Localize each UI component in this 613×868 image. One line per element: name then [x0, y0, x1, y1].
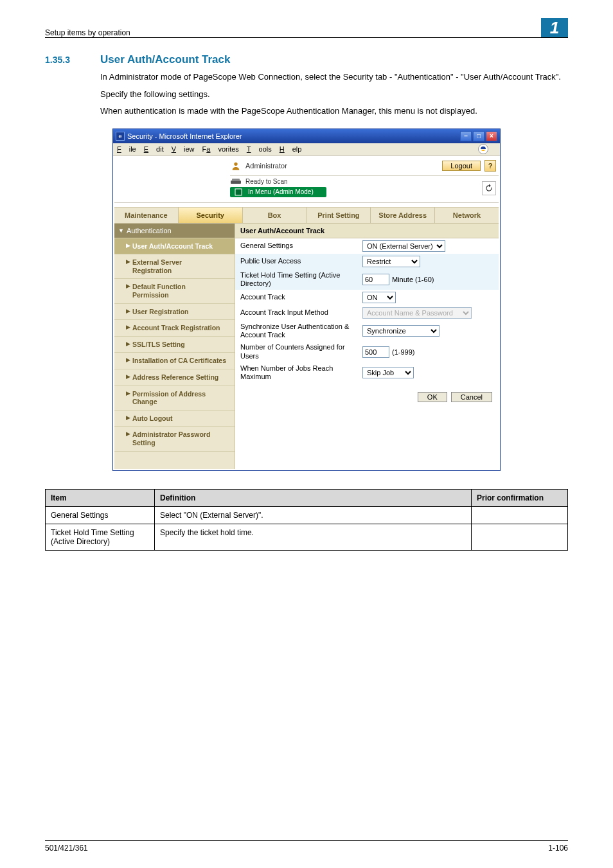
sidebar-item-user-auth-account-track[interactable]: ▶ User Auth/Account Track — [114, 238, 235, 254]
ok-button[interactable]: OK — [418, 392, 447, 402]
sidebar-item-account-track-registration[interactable]: ▶ Account Track Registration — [114, 319, 235, 336]
cell-prior — [472, 506, 568, 524]
tab-box[interactable]: Box — [243, 208, 307, 223]
sidebar-item-administrator-password-setting[interactable]: ▶ Administrator Password Setting — [114, 426, 235, 450]
menu-help[interactable]: Help — [280, 145, 302, 153]
sidebar-item-label: External Server Registration — [132, 258, 182, 274]
th-item: Item — [46, 489, 155, 506]
chevron-down-icon: ▼ — [118, 227, 124, 234]
arrow-icon: ▶ — [126, 341, 132, 347]
footer-left: 501/421/361 — [45, 844, 88, 853]
sidebar-item-installation-ca-certificates[interactable]: ▶ Installation of CA Certificates — [114, 352, 235, 369]
arrow-icon: ▶ — [126, 324, 132, 330]
arrow-icon: ▶ — [126, 242, 132, 249]
menu-edit[interactable]: Edit — [144, 145, 164, 153]
refresh-button[interactable] — [482, 181, 496, 195]
sidebar-group-label: Authentication — [127, 227, 172, 235]
label-general-settings: General Settings — [240, 242, 362, 250]
sidebar: ▼ Authentication ▶ User Auth/Account Tra… — [114, 224, 235, 469]
section-number: 1.35.3 — [45, 55, 100, 65]
intro-paragraph-3: When authentication is made with the Pag… — [100, 105, 568, 117]
th-prior: Prior confirmation — [472, 489, 568, 506]
tab-maintenance[interactable]: Maintenance — [114, 208, 179, 223]
sidebar-item-label: Default Function Permission — [132, 283, 186, 299]
minimize-button[interactable]: – — [460, 131, 472, 141]
breadcrumb: Setup items by operation — [45, 28, 130, 37]
sidebar-item-external-server-registration[interactable]: ▶ External Server Registration — [114, 254, 235, 278]
arrow-icon: ▶ — [126, 414, 132, 421]
main-heading: User Auth/Account Track — [235, 224, 499, 238]
menu-tools[interactable]: Tools — [247, 145, 272, 153]
sidebar-item-label: User Registration — [132, 308, 189, 316]
input-ticket-hold-time[interactable] — [362, 274, 389, 285]
arrow-icon: ▶ — [126, 357, 132, 363]
arrow-icon: ▶ — [126, 308, 132, 314]
cancel-button[interactable]: Cancel — [451, 392, 492, 402]
cell-definition: Select "ON (External Server)". — [155, 506, 472, 524]
tab-network[interactable]: Network — [435, 208, 499, 223]
ie-icon: e — [116, 132, 125, 141]
svg-point-0 — [234, 162, 237, 165]
select-account-track[interactable]: ON — [362, 292, 396, 303]
sidebar-group-authentication[interactable]: ▼ Authentication — [114, 224, 235, 238]
sidebar-item-user-registration[interactable]: ▶ User Registration — [114, 303, 235, 320]
help-button[interactable]: ? — [484, 160, 496, 172]
select-public-user-access[interactable]: Restrict — [362, 256, 420, 267]
user-icon — [230, 160, 242, 172]
scanner-icon — [230, 178, 242, 186]
sidebar-item-label: Installation of CA Certificates — [132, 357, 226, 365]
maximize-button[interactable]: □ — [473, 131, 484, 141]
main-pane: User Auth/Account Track General Settings… — [235, 224, 499, 469]
close-button[interactable]: × — [486, 131, 497, 141]
sidebar-item-ssl-tls-setting[interactable]: ▶ SSL/TLS Setting — [114, 336, 235, 353]
sidebar-item-label: User Auth/Account Track — [132, 242, 213, 251]
menu-view[interactable]: View — [172, 145, 195, 153]
arrow-icon: ▶ — [126, 258, 132, 265]
label-ticket-hold-time: Ticket Hold Time Setting (Active Directo… — [240, 271, 362, 288]
tab-store-address[interactable]: Store Address — [371, 208, 435, 223]
select-general-settings[interactable]: ON (External Server) — [362, 240, 445, 252]
sidebar-item-label: Account Track Registration — [132, 324, 220, 332]
table-row: Ticket Hold Time Setting (Active Directo… — [46, 524, 568, 550]
sidebar-item-auto-logout[interactable]: ▶ Auto Logout — [114, 410, 235, 427]
arrow-icon: ▶ — [126, 373, 132, 380]
label-account-track: Account Track — [240, 293, 362, 301]
window-titlebar: e Security - Microsoft Internet Explorer… — [113, 129, 500, 143]
sidebar-item-permission-of-address-change[interactable]: ▶ Permission of Address Change — [114, 385, 235, 410]
select-synchronize[interactable]: Synchronize — [362, 325, 440, 337]
sidebar-item-address-reference-setting[interactable]: ▶ Address Reference Setting — [114, 369, 235, 385]
settings-table: Item Definition Prior confirmation Gener… — [45, 489, 568, 551]
status-ready: Ready to Scan — [245, 178, 288, 185]
label-when-max: When Number of Jobs Reach Maximum — [240, 364, 362, 381]
th-definition: Definition — [155, 489, 472, 506]
arrow-icon: ▶ — [126, 390, 132, 396]
table-row: General Settings Select "ON (External Se… — [46, 506, 568, 524]
tab-security[interactable]: Security — [179, 208, 243, 223]
window-title: Security - Microsoft Internet Explorer — [127, 132, 242, 140]
input-number-of-counters[interactable] — [362, 346, 389, 358]
footer-right: 1-106 — [548, 844, 568, 853]
logout-button[interactable]: Logout — [442, 161, 481, 171]
arrow-icon: ▶ — [126, 283, 132, 289]
section-title: User Auth/Account Track — [100, 53, 230, 66]
sidebar-item-label: Auto Logout — [132, 414, 172, 423]
sidebar-item-default-function-permission[interactable]: ▶ Default Function Permission — [114, 278, 235, 303]
label-account-track-input-method: Account Track Input Method — [240, 308, 362, 317]
intro-paragraph-1: In Administrator mode of PageScope Web C… — [100, 71, 568, 83]
sidebar-item-label: Administrator Password Setting — [132, 430, 210, 447]
label-number-of-counters: Number of Counters Assigned for Users — [240, 343, 362, 360]
label-public-user-access: Public User Access — [240, 257, 362, 265]
sidebar-item-label: SSL/TLS Setting — [132, 341, 185, 349]
label-synchronize: Synchronize User Authentication & Accoun… — [240, 323, 362, 339]
cell-item: General Settings — [46, 506, 155, 524]
sidebar-item-label: Address Reference Setting — [132, 373, 218, 382]
mode-icon — [233, 188, 244, 196]
svg-rect-2 — [232, 179, 240, 181]
sidebar-item-label: Permission of Address Change — [132, 390, 206, 406]
menu-favorites[interactable]: Favorites — [202, 145, 239, 153]
select-when-max[interactable]: Skip Job — [362, 367, 414, 378]
ie-logo-icon — [478, 144, 488, 154]
tab-bar: Maintenance Security Box Print Setting S… — [114, 207, 499, 224]
menu-file[interactable]: File — [117, 145, 136, 153]
tab-print-setting[interactable]: Print Setting — [306, 208, 371, 223]
